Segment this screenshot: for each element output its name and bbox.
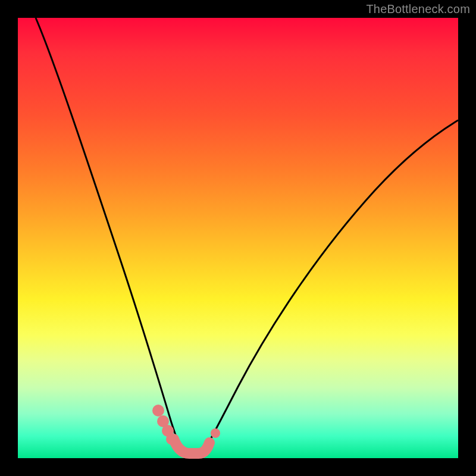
right-curve — [203, 120, 458, 452]
trough-bar — [174, 439, 209, 453]
plot-area — [18, 18, 458, 458]
marker-right-1 — [211, 428, 220, 438]
marker-left-1 — [152, 405, 164, 416]
left-curve — [36, 18, 183, 452]
chart-frame: TheBottleneck.com — [0, 0, 476, 476]
watermark-text: TheBottleneck.com — [366, 2, 470, 16]
chart-svg — [18, 18, 458, 458]
marker-left-4 — [166, 433, 178, 445]
